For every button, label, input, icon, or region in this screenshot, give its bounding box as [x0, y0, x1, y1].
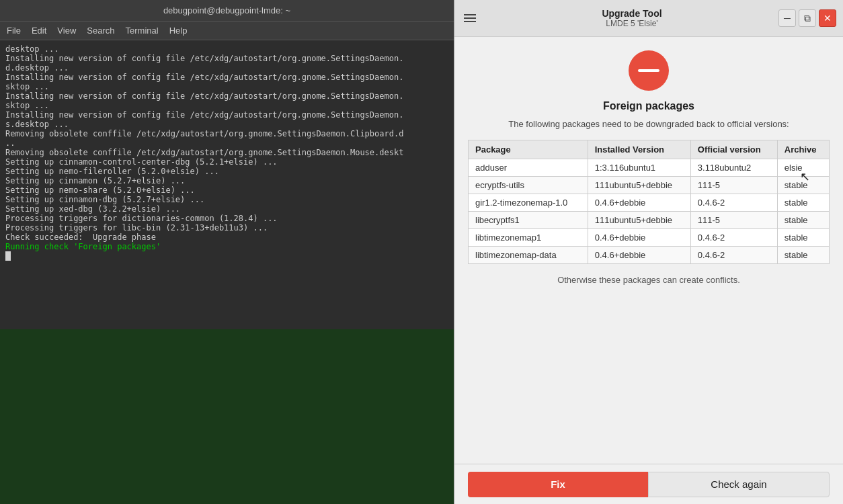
- terminal-background-image: [0, 329, 454, 504]
- footer-buttons: Fix Check again: [454, 464, 843, 504]
- menu-terminal[interactable]: Terminal: [126, 26, 159, 36]
- table-cell: 111-5: [690, 177, 777, 194]
- description-text: The following packages need to be downgr…: [508, 119, 789, 129]
- menu-search[interactable]: Search: [87, 26, 114, 36]
- table-row: libtimezonemap10.4.6+debbie0.4.6-2stable: [469, 229, 830, 247]
- window-controls: ─ ⧉ ✕: [778, 9, 836, 27]
- minimize-button[interactable]: ─: [778, 9, 796, 27]
- table-cell: stable: [777, 247, 829, 264]
- hamburger-menu-button[interactable]: [461, 9, 479, 27]
- restore-button[interactable]: ⧉: [799, 9, 816, 27]
- fix-button[interactable]: Fix: [468, 472, 648, 497]
- table-cell: ecryptfs-utils: [469, 177, 588, 194]
- table-cell: libtimezonemap1: [469, 229, 588, 247]
- table-cell: libecryptfs1: [469, 212, 588, 229]
- upgrade-tool-subtitle: LMDE 5 'Elsie': [606, 19, 657, 28]
- upgrade-tool-window: Upgrade Tool LMDE 5 'Elsie' ─ ⧉ ✕ Foreig…: [454, 0, 843, 504]
- table-row: ecryptfs-utils111ubuntu5+debbie111-5stab…: [469, 177, 830, 194]
- table-header: Archive: [777, 140, 829, 159]
- table-cell: stable: [777, 177, 829, 194]
- table-cell: 3.118ubuntu2: [690, 159, 777, 177]
- terminal-title: debugpoint@debugpoint-lmde: ~: [163, 5, 290, 15]
- table-cell: gir1.2-timezonemap-1.0: [469, 194, 588, 212]
- table-cell: 0.4.6-2: [690, 229, 777, 247]
- menu-file[interactable]: File: [7, 26, 21, 36]
- table-header: Installed Version: [588, 140, 690, 159]
- table-row: adduser1:3.116ubuntu13.118ubuntu2elsie: [469, 159, 830, 177]
- table-cell: libtimezonemap-data: [469, 247, 588, 264]
- table-row: libecryptfs1111ubuntu5+debbie111-5stable: [469, 212, 830, 229]
- table-header: Package: [469, 140, 588, 159]
- menu-view[interactable]: View: [57, 26, 76, 36]
- terminal-menubar: File Edit View Search Terminal Help: [0, 22, 454, 40]
- table-cell: stable: [777, 212, 829, 229]
- packages-table: PackageInstalled VersionOfficial version…: [468, 140, 830, 264]
- table-cell: elsie: [777, 159, 829, 177]
- check-again-button[interactable]: Check again: [648, 472, 830, 497]
- table-cell: 0.4.6-2: [690, 194, 777, 212]
- terminal-output: desktop ...Installing new version of con…: [0, 40, 454, 329]
- section-title: Foreign packages: [603, 100, 694, 112]
- table-cell: 0.4.6+debbie: [588, 229, 690, 247]
- table-cell: 0.4.6+debbie: [588, 194, 690, 212]
- table-cell: 111ubuntu5+debbie: [588, 177, 690, 194]
- terminal-window: debugpoint@debugpoint-lmde: ~ File Edit …: [0, 0, 454, 504]
- warning-text: Otherwise these packages can create conf…: [557, 275, 740, 285]
- table-row: gir1.2-timezonemap-1.00.4.6+debbie0.4.6-…: [469, 194, 830, 212]
- table-cell: 0.4.6-2: [690, 247, 777, 264]
- upgrade-titlebar: Upgrade Tool LMDE 5 'Elsie' ─ ⧉ ✕: [454, 0, 843, 37]
- table-header: Official version: [690, 140, 777, 159]
- upgrade-title-center: Upgrade Tool LMDE 5 'Elsie': [485, 8, 778, 28]
- menu-help[interactable]: Help: [169, 26, 188, 36]
- table-cell: 111-5: [690, 212, 777, 229]
- upgrade-tool-title: Upgrade Tool: [602, 8, 661, 19]
- table-cell: stable: [777, 194, 829, 212]
- table-cell: 111ubuntu5+debbie: [588, 212, 690, 229]
- table-cell: 1:3.116ubuntu1: [588, 159, 690, 177]
- terminal-titlebar: debugpoint@debugpoint-lmde: ~: [0, 0, 454, 22]
- error-icon: [629, 50, 669, 91]
- table-cell: 0.4.6+debbie: [588, 247, 690, 264]
- table-cell: adduser: [469, 159, 588, 177]
- table-cell: stable: [777, 229, 829, 247]
- table-row: libtimezonemap-data0.4.6+debbie0.4.6-2st…: [469, 247, 830, 264]
- upgrade-content: Foreign packages The following packages …: [454, 37, 843, 464]
- menu-edit[interactable]: Edit: [32, 26, 46, 36]
- close-button[interactable]: ✕: [819, 9, 836, 27]
